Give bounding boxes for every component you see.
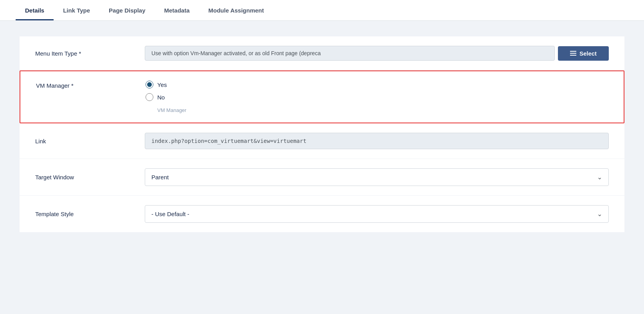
template-style-control: - Use Default - ⌄ — [145, 205, 609, 223]
menu-item-type-input: Use with option Vm-Manager activated, or… — [145, 46, 555, 61]
select-button[interactable]: Select — [558, 46, 609, 61]
target-window-dropdown[interactable]: Parent ⌄ — [145, 168, 609, 186]
tab-module-assignment[interactable]: Module Assignment — [199, 0, 273, 20]
template-style-dropdown[interactable]: - Use Default - ⌄ — [145, 205, 609, 223]
menu-item-type-label: Menu Item Type * — [35, 50, 137, 57]
page-container: Details Link Type Page Display Metadata … — [0, 0, 644, 314]
vm-manager-control: Yes No VM Manager — [146, 81, 608, 113]
vm-manager-yes-label: Yes — [157, 81, 167, 88]
link-control: index.php?option=com_virtuemart&view=vir… — [145, 133, 609, 149]
tab-metadata[interactable]: Metadata — [155, 0, 199, 20]
target-window-value: Parent — [151, 174, 169, 180]
chevron-down-icon-2: ⌄ — [597, 210, 602, 218]
link-row: Link index.php?option=com_virtuemart&vie… — [20, 123, 624, 159]
template-style-row: Template Style - Use Default - ⌄ — [20, 196, 624, 232]
tabs-bar: Details Link Type Page Display Metadata … — [0, 0, 644, 21]
tab-link-type[interactable]: Link Type — [54, 0, 99, 20]
list-icon — [570, 51, 576, 56]
menu-item-type-control: Use with option Vm-Manager activated, or… — [145, 46, 609, 61]
target-window-label: Target Window — [35, 174, 137, 180]
template-style-label: Template Style — [35, 211, 137, 217]
tab-page-display[interactable]: Page Display — [99, 0, 155, 20]
link-input: index.php?option=com_virtuemart&view=vir… — [145, 133, 609, 149]
vm-manager-yes-radio[interactable] — [146, 81, 153, 88]
form-wrapper: Menu Item Type * Use with option Vm-Mana… — [20, 36, 624, 232]
template-style-value: - Use Default - — [151, 211, 189, 217]
content-area: Menu Item Type * Use with option Vm-Mana… — [0, 21, 644, 248]
vm-manager-no-radio[interactable] — [146, 93, 153, 101]
chevron-down-icon: ⌄ — [597, 173, 602, 181]
vm-manager-radio-group: Yes No VM Manager — [146, 81, 186, 113]
target-window-row: Target Window Parent ⌄ — [20, 159, 624, 196]
vm-manager-label: VM Manager * — [36, 81, 138, 89]
target-window-control: Parent ⌄ — [145, 168, 609, 186]
vm-manager-no-option[interactable]: No — [146, 93, 186, 101]
tab-details[interactable]: Details — [16, 0, 54, 20]
vm-manager-row: VM Manager * Yes No VM Manager — [20, 70, 624, 123]
link-label: Link — [35, 138, 137, 144]
menu-item-type-row: Menu Item Type * Use with option Vm-Mana… — [20, 36, 624, 70]
vm-manager-no-label: No — [157, 94, 165, 101]
vm-manager-hint: VM Manager — [146, 107, 186, 113]
vm-manager-yes-option[interactable]: Yes — [146, 81, 186, 88]
select-button-label: Select — [579, 50, 597, 57]
